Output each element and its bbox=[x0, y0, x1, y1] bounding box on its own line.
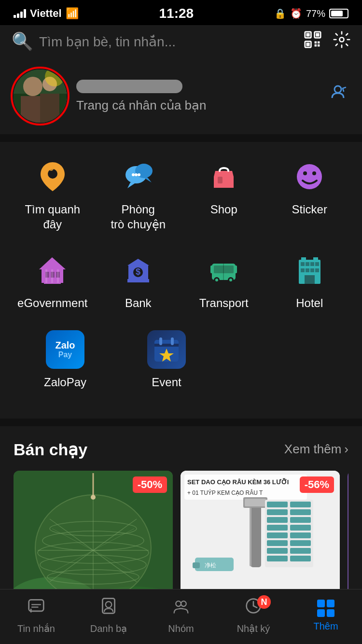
svg-rect-64 bbox=[315, 268, 319, 272]
svg-rect-106 bbox=[290, 532, 311, 538]
svg-rect-63 bbox=[310, 268, 314, 272]
avatar-wrapper[interactable] bbox=[14, 70, 67, 123]
app-hotel[interactable]: Hotel bbox=[273, 251, 346, 310]
svg-point-18 bbox=[334, 86, 341, 93]
see-more-label: Xem thêm bbox=[284, 442, 342, 457]
app-zalopay[interactable]: Zalo Pay ZaloPay bbox=[29, 330, 101, 390]
app-zalopay-label: ZaloPay bbox=[44, 375, 86, 390]
messages-icon bbox=[28, 597, 45, 619]
apps-row-2: eGovernment $ Bank bbox=[10, 251, 352, 310]
qr-scan-button[interactable] bbox=[304, 31, 321, 52]
app-transport[interactable]: Transport bbox=[188, 251, 260, 310]
svg-point-124 bbox=[181, 601, 186, 606]
svg-rect-109 bbox=[267, 548, 288, 554]
svg-rect-97 bbox=[267, 502, 288, 507]
svg-rect-108 bbox=[290, 540, 311, 546]
app-egovernment[interactable]: eGovernment bbox=[16, 251, 89, 310]
apps-row-1: Tìm quanhđây Phòngtrò chuyện bbox=[10, 157, 352, 232]
battery-icon bbox=[329, 9, 348, 18]
svg-rect-107 bbox=[267, 540, 288, 546]
nav-more-label: Thêm bbox=[313, 621, 338, 632]
svg-point-122 bbox=[106, 602, 112, 608]
app-find-nearby-label: Tìm quanhđây bbox=[25, 202, 80, 232]
nav-messages-label: Tin nhắn bbox=[17, 623, 55, 634]
transport-icon bbox=[205, 251, 243, 290]
zalopay-top-text: Zalo bbox=[55, 340, 75, 350]
svg-rect-28 bbox=[218, 177, 223, 183]
svg-point-31 bbox=[312, 171, 316, 175]
svg-rect-104 bbox=[290, 525, 311, 531]
app-shop-label: Shop bbox=[210, 202, 237, 217]
svg-point-25 bbox=[132, 173, 135, 176]
svg-rect-6 bbox=[315, 42, 317, 44]
bottom-nav: Tin nhắn Danh bạ Nhóm N bbox=[0, 589, 362, 644]
discount-badge-1: -50% bbox=[133, 476, 167, 493]
avatar[interactable] bbox=[14, 70, 67, 123]
settings-button[interactable] bbox=[333, 31, 350, 52]
svg-rect-110 bbox=[290, 548, 311, 554]
svg-point-13 bbox=[23, 77, 42, 96]
app-chat-room[interactable]: Phòngtrò chuyện bbox=[102, 157, 174, 232]
battery-percent: 77% bbox=[306, 8, 325, 19]
svg-rect-98 bbox=[290, 502, 311, 507]
status-bar: Viettel 📶 11:28 🔒 ⏰ 77% bbox=[0, 0, 362, 25]
nav-messages[interactable]: Tin nhắn bbox=[12, 597, 60, 634]
svg-rect-62 bbox=[306, 268, 309, 272]
more-icon bbox=[317, 600, 334, 617]
svg-rect-39 bbox=[51, 269, 53, 283]
diary-notification-badge: N bbox=[257, 595, 271, 609]
search-placeholder: Tìm bạn bè, tin nhắn... bbox=[39, 34, 176, 50]
svg-line-127 bbox=[253, 606, 257, 608]
app-sticker[interactable]: Sticker bbox=[273, 157, 346, 232]
grid-dot-3 bbox=[317, 609, 325, 617]
svg-rect-102 bbox=[290, 517, 311, 523]
app-chat-room-label: Phòngtrò chuyện bbox=[111, 202, 166, 232]
status-right: 🔒 ⏰ 77% bbox=[274, 8, 348, 19]
zalopay-bottom-text: Pay bbox=[58, 350, 72, 359]
svg-point-27 bbox=[138, 173, 140, 176]
chat-icon bbox=[119, 157, 157, 196]
svg-point-29 bbox=[297, 164, 322, 189]
svg-text:+ 01 TUÝP KEM CẠO RÂU T: + 01 TUÝP KEM CẠO RÂU T bbox=[187, 489, 263, 496]
app-bank[interactable]: $ Bank bbox=[102, 251, 174, 310]
svg-text:SET DAO CẠO RÂU KÈM 36 LƯỠI: SET DAO CẠO RÂU KÈM 36 LƯỠI bbox=[187, 478, 289, 486]
search-bar: 🔍 Tìm bạn bè, tin nhắn... bbox=[0, 25, 362, 58]
nav-diary[interactable]: N Nhật ký bbox=[229, 597, 278, 634]
bank-icon: $ bbox=[119, 251, 157, 290]
svg-rect-65 bbox=[305, 275, 315, 285]
svg-rect-114 bbox=[193, 562, 200, 568]
svg-rect-46 bbox=[210, 266, 214, 273]
svg-point-26 bbox=[135, 173, 138, 176]
svg-rect-47 bbox=[233, 266, 237, 273]
groups-icon bbox=[172, 598, 190, 619]
profile-section[interactable]: Trang cá nhân của bạn bbox=[0, 58, 362, 134]
apps-row-3: Zalo Pay ZaloPay Event bbox=[10, 330, 352, 390]
carrier-name: Viettel bbox=[30, 7, 62, 20]
chevron-right-icon: › bbox=[344, 442, 348, 457]
nav-groups-label: Nhóm bbox=[168, 623, 194, 634]
search-input-area[interactable]: 🔍 Tìm bạn bè, tin nhắn... bbox=[12, 31, 296, 52]
svg-rect-3 bbox=[316, 33, 319, 37]
nav-more[interactable]: Thêm bbox=[302, 600, 350, 632]
discount-badge-2: -56% bbox=[300, 476, 334, 493]
svg-rect-38 bbox=[45, 269, 47, 283]
svg-rect-9 bbox=[318, 44, 320, 47]
shop-icon bbox=[205, 157, 243, 196]
svg-marker-22 bbox=[127, 182, 136, 188]
app-bank-label: Bank bbox=[125, 295, 152, 310]
nav-contacts[interactable]: Danh bạ bbox=[84, 597, 133, 634]
svg-rect-7 bbox=[318, 42, 320, 44]
svg-text:$: $ bbox=[136, 267, 140, 277]
svg-rect-40 bbox=[57, 269, 59, 283]
bestseller-header: Bán chạy Xem thêm › bbox=[14, 440, 348, 459]
svg-point-53 bbox=[229, 279, 232, 281]
see-more-button[interactable]: Xem thêm › bbox=[284, 442, 348, 457]
app-shop[interactable]: Shop bbox=[188, 157, 260, 232]
svg-rect-95 bbox=[245, 499, 266, 506]
app-find-nearby[interactable]: Tìm quanhđây bbox=[16, 157, 89, 232]
profile-action-button[interactable] bbox=[327, 84, 348, 109]
nav-groups[interactable]: Nhóm bbox=[157, 598, 205, 634]
app-event[interactable]: Event bbox=[130, 330, 203, 390]
wifi-icon: 📶 bbox=[66, 7, 79, 20]
profile-info: Trang cá nhân của bạn bbox=[76, 80, 318, 113]
